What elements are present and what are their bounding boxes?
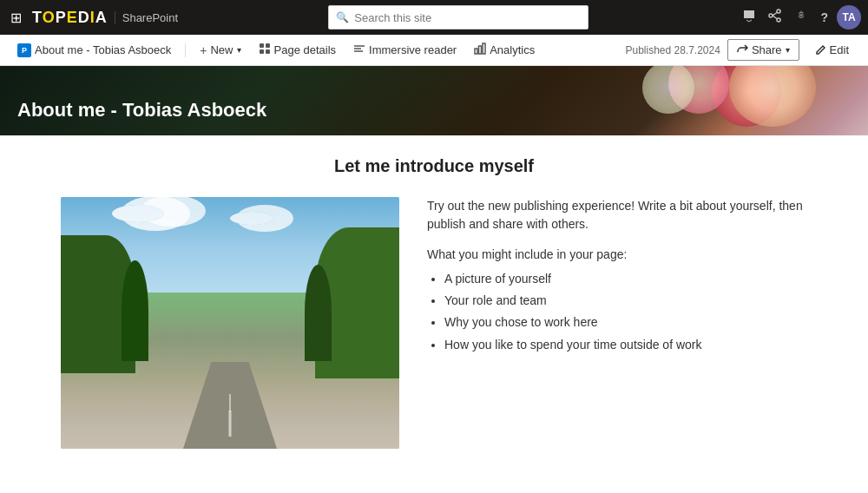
road-line-1: [229, 411, 232, 437]
immersive-reader-label: Immersive reader: [369, 43, 457, 56]
user-avatar[interactable]: TA: [837, 5, 861, 30]
toolbar-right: Published 28.7.2024 Share ▾ Edit: [625, 39, 858, 61]
content-section: Try out the new publishing experience! W…: [61, 197, 807, 449]
main-content: Let me introduce myself: [0, 135, 868, 493]
new-label: New: [210, 43, 233, 56]
svg-rect-10: [479, 46, 482, 54]
edit-button[interactable]: Edit: [806, 40, 858, 60]
page-toolbar: P About me - Tobias Asboeck + New ▾ Page…: [0, 35, 868, 66]
svg-rect-8: [266, 49, 270, 54]
svg-rect-7: [260, 49, 264, 54]
svg-rect-6: [266, 43, 270, 48]
cloud-2: [230, 212, 273, 225]
page-details-button[interactable]: Page details: [252, 39, 344, 61]
content-image-wrapper: [61, 197, 399, 449]
share-network-icon-button[interactable]: [765, 5, 786, 30]
svg-line-4: [773, 16, 777, 19]
list-item: How you like to spend your time outside …: [444, 334, 807, 356]
search-container: 🔍: [328, 5, 589, 30]
svg-line-3: [773, 13, 777, 16]
list-item: Your role and team: [444, 290, 807, 312]
content-image: [61, 197, 399, 449]
road-scene: [61, 197, 399, 449]
share-chevron-icon: ▾: [786, 45, 790, 55]
hero-banner: About me - Tobias Asboeck: [0, 66, 868, 135]
analytics-icon: [474, 43, 486, 57]
page-breadcrumb[interactable]: P About me - Tobias Asboeck: [10, 40, 178, 61]
published-date: Published 28.7.2024: [625, 44, 720, 56]
settings-icon-button[interactable]: [791, 5, 812, 30]
cloud-1: [112, 205, 164, 222]
svg-rect-9: [475, 49, 477, 54]
help-icon-button[interactable]: ?: [817, 6, 832, 29]
bullet-list: A picture of yourselfYour role and teamW…: [427, 268, 807, 356]
list-item: A picture of yourself: [444, 268, 807, 290]
brand-logo: TOPEDIA SharePoint: [32, 9, 178, 27]
toolbar-left: P About me - Tobias Asboeck + New ▾ Page…: [10, 39, 542, 61]
new-chevron-icon: ▾: [237, 45, 241, 55]
breadcrumb-label: About me - Tobias Asboeck: [35, 43, 171, 56]
analytics-label: Analytics: [490, 43, 535, 56]
plus-icon: +: [200, 43, 207, 57]
chat-icon-button[interactable]: [739, 5, 760, 30]
top-navigation: ⊞ TOPEDIA SharePoint 🔍 ? TA: [0, 0, 868, 35]
share-label: Share: [752, 43, 782, 56]
search-bar: 🔍: [185, 5, 732, 30]
topbar-actions: ? TA: [739, 5, 861, 30]
intro-heading: Let me introduce myself: [61, 156, 807, 176]
svg-point-1: [777, 18, 780, 22]
search-input[interactable]: [354, 11, 581, 24]
svg-rect-11: [483, 43, 485, 54]
tree-mid-right: [305, 265, 332, 360]
content-text: Try out the new publishing experience! W…: [427, 197, 807, 356]
hero-title: About me - Tobias Asboeck: [17, 99, 266, 122]
content-inner: Let me introduce myself: [43, 135, 825, 470]
search-icon: 🔍: [336, 11, 349, 23]
page-details-label: Page details: [274, 43, 337, 56]
list-item: Why you chose to work here: [444, 312, 807, 333]
svg-point-0: [777, 10, 780, 13]
app-name-label: SharePoint: [115, 11, 178, 24]
app-grid-icon[interactable]: ⊞: [7, 6, 25, 30]
road-line-2: [229, 394, 231, 411]
what-include-label: What you might include in your page:: [427, 247, 807, 261]
svg-point-2: [769, 14, 773, 17]
share-button[interactable]: Share ▾: [727, 39, 799, 61]
user-initials: TA: [842, 11, 855, 23]
immersive-reader-icon: [353, 43, 365, 57]
new-button[interactable]: + New ▾: [193, 40, 247, 61]
svg-rect-5: [260, 43, 264, 48]
tree-mid-left: [122, 260, 148, 361]
intro-paragraph: Try out the new publishing experience! W…: [427, 197, 807, 233]
immersive-reader-button[interactable]: Immersive reader: [346, 39, 464, 61]
toolbar-separator: [185, 43, 186, 57]
edit-label: Edit: [830, 43, 849, 56]
page-icon: P: [17, 43, 31, 57]
page-details-icon: [259, 43, 271, 57]
analytics-button[interactable]: Analytics: [467, 39, 542, 61]
